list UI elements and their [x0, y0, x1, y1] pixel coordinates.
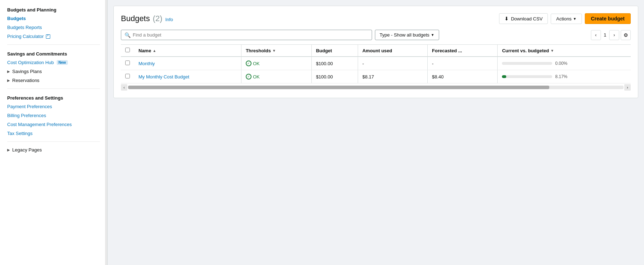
- budget-count: (2): [153, 14, 163, 23]
- sidebar-item-tax-settings[interactable]: Tax Settings: [0, 129, 107, 138]
- progress-percentage: 8.17%: [555, 74, 567, 79]
- chevron-down-icon: ▼: [431, 33, 434, 37]
- chevron-down-icon: ▼: [573, 17, 577, 21]
- threshold-status: ✓ OK: [246, 74, 307, 80]
- sidebar-item-payment-preferences[interactable]: Payment Preferences: [0, 102, 107, 111]
- sidebar-item-pricing-calculator[interactable]: Pricing Calculator: [0, 32, 107, 41]
- actions-button[interactable]: Actions ▼: [551, 14, 582, 24]
- search-icon: 🔍: [124, 32, 131, 38]
- row-amount-used-cell: $8.17: [358, 70, 427, 83]
- sidebar-section-preferences: Preferences and Settings: [0, 92, 107, 102]
- row-amount-used-cell: -: [358, 57, 427, 70]
- row-thresholds-cell: ✓ OK: [241, 70, 311, 83]
- page-title: Budgets: [121, 14, 150, 23]
- table-scroll-wrapper: Name ▲ Thresholds ▼ Budget: [121, 44, 631, 91]
- expand-arrow-icon: ▶: [7, 69, 10, 73]
- table-row: Monthly ✓ OK $100.00 - - 0.00%: [121, 57, 631, 70]
- sidebar-section-savings: Savings and Commitments: [0, 48, 107, 58]
- sidebar-divider-3: [7, 141, 100, 142]
- row-thresholds-cell: ✓ OK: [241, 57, 311, 70]
- create-budget-button[interactable]: Create budget: [585, 13, 631, 24]
- expand-arrow-icon: ▶: [7, 148, 10, 152]
- sidebar-item-savings-plans[interactable]: ▶ Savings Plans: [0, 67, 107, 76]
- info-link[interactable]: Info: [165, 17, 173, 22]
- sidebar-divider-1: [7, 44, 100, 45]
- scroll-thumb: [128, 86, 549, 89]
- progress-percentage: 0.00%: [555, 61, 567, 66]
- th-thresholds[interactable]: Thresholds ▼: [241, 45, 311, 57]
- sort-asc-icon: ▲: [152, 49, 156, 53]
- table-row: My Monthly Cost Budget ✓ OK $100.00 $8.1…: [121, 70, 631, 83]
- row-budget-cell: $100.00: [311, 57, 358, 70]
- threshold-status: ✓ OK: [246, 61, 307, 66]
- table-settings-button[interactable]: ⚙: [621, 30, 631, 40]
- sidebar-item-cost-management-preferences[interactable]: Cost Management Preferences: [0, 120, 107, 129]
- sidebar-item-billing-preferences[interactable]: Billing Preferences: [0, 111, 107, 120]
- sidebar-section-budgets-planning: Budgets and Planning: [0, 4, 107, 14]
- row-budget-cell: $100.00: [311, 70, 358, 83]
- row-checkbox[interactable]: [125, 61, 130, 65]
- th-forecasted: Forecasted ...: [428, 45, 498, 57]
- sidebar-item-reservations[interactable]: ▶ Reservations: [0, 76, 107, 85]
- horizontal-scrollbar-row: ‹ ›: [121, 84, 631, 91]
- row-progress-cell: 0.00%: [498, 57, 631, 70]
- ok-circle-icon: ✓: [246, 74, 252, 80]
- progress-bar-container: 0.00%: [502, 61, 626, 66]
- row-checkbox-cell: [121, 70, 134, 83]
- row-checkbox-cell: [121, 57, 134, 70]
- table-body: Monthly ✓ OK $100.00 - - 0.00%: [121, 57, 631, 83]
- row-checkbox[interactable]: [125, 74, 130, 78]
- panel-header: Budgets (2) Info ⬇ Download CSV Actions …: [121, 13, 631, 24]
- th-current-vs-budgeted[interactable]: Current vs. budgeted ▼: [498, 45, 631, 57]
- progress-bar-bg: [502, 75, 552, 78]
- sidebar-item-legacy-pages[interactable]: ▶ Legacy Pages: [0, 145, 107, 154]
- search-input[interactable]: [121, 30, 372, 40]
- sidebar-item-budgets[interactable]: Budgets: [0, 14, 107, 23]
- th-select-all: [121, 45, 134, 57]
- sidebar-scrollbar: [105, 0, 107, 265]
- budget-table: Name ▲ Thresholds ▼ Budget: [121, 44, 631, 83]
- sort-icon: ▼: [550, 49, 554, 53]
- scroll-track: [128, 86, 624, 89]
- th-budget: Budget: [311, 45, 358, 57]
- type-filter-dropdown[interactable]: Type - Show all budgets ▼: [375, 30, 439, 40]
- panel-title: Budgets (2) Info: [121, 14, 173, 23]
- prev-page-button[interactable]: ‹: [591, 30, 601, 40]
- row-name-cell: Monthly: [134, 57, 241, 70]
- table-header-row: Name ▲ Thresholds ▼ Budget: [121, 45, 631, 57]
- budget-name-link[interactable]: My Monthly Cost Budget: [138, 74, 189, 80]
- scroll-right-button[interactable]: ›: [624, 84, 631, 91]
- new-badge: New: [57, 60, 68, 65]
- progress-bar-container: 8.17%: [502, 74, 626, 79]
- progress-bar-bg: [502, 62, 552, 65]
- download-icon: ⬇: [504, 16, 509, 21]
- row-progress-cell: 8.17%: [498, 70, 631, 83]
- th-amount-used: Amount used: [358, 45, 427, 57]
- search-filter-row: 🔍 Type - Show all budgets ▼ ‹ 1 › ⚙: [121, 30, 631, 40]
- download-csv-button[interactable]: ⬇ Download CSV: [499, 13, 548, 24]
- progress-bar-fill: [502, 75, 506, 78]
- threshold-ok-label: OK: [253, 74, 260, 80]
- header-actions: ⬇ Download CSV Actions ▼ Create budget: [499, 13, 631, 24]
- pagination-row: ‹ 1 › ⚙: [591, 30, 631, 40]
- next-page-button[interactable]: ›: [609, 30, 619, 40]
- main-content: Budgets (2) Info ⬇ Download CSV Actions …: [108, 0, 644, 265]
- page-number: 1: [602, 32, 608, 38]
- budget-name-link[interactable]: Monthly: [138, 61, 155, 66]
- sidebar: Budgets and Planning Budgets Budgets Rep…: [0, 0, 108, 265]
- scroll-left-button[interactable]: ‹: [121, 84, 127, 91]
- sidebar-item-budgets-reports[interactable]: Budgets Reports: [0, 23, 107, 32]
- row-forecasted-cell: -: [428, 57, 498, 70]
- row-name-cell: My Monthly Cost Budget: [134, 70, 241, 83]
- expand-arrow-icon: ▶: [7, 78, 10, 82]
- sidebar-divider-2: [7, 88, 100, 89]
- ok-circle-icon: ✓: [246, 61, 252, 66]
- th-name[interactable]: Name ▲: [134, 45, 241, 57]
- threshold-ok-label: OK: [253, 61, 260, 66]
- sidebar-item-cost-optimization-hub[interactable]: Cost Optimization Hub New: [0, 58, 107, 67]
- content-panel: Budgets (2) Info ⬇ Download CSV Actions …: [113, 6, 638, 98]
- row-forecasted-cell: $8.40: [428, 70, 498, 83]
- search-box: 🔍: [121, 30, 372, 40]
- select-all-checkbox[interactable]: [125, 48, 130, 52]
- external-link-icon: [46, 34, 50, 39]
